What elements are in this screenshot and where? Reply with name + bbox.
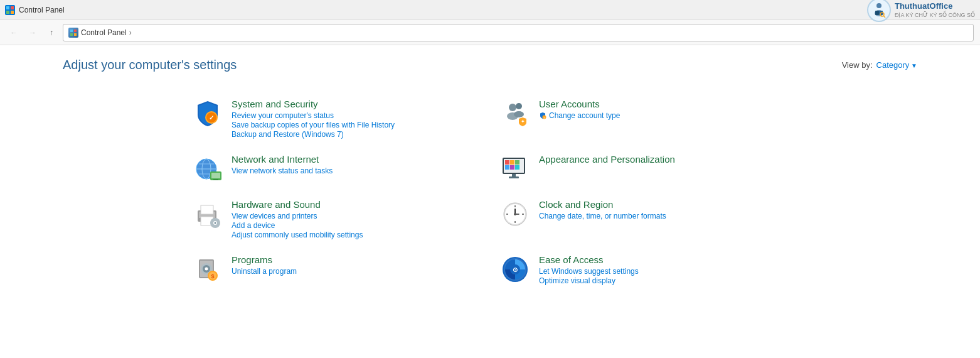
security-title[interactable]: System and Security xyxy=(232,99,480,109)
svg-text:$: $ xyxy=(211,273,214,279)
ease-link-2[interactable]: Optimize visual display xyxy=(539,276,787,285)
clock-link-1[interactable]: Change date, time, or number formats xyxy=(539,212,787,220)
category-network[interactable]: Network and Internet View network status… xyxy=(183,146,490,192)
address-path[interactable]: Control Panel › xyxy=(63,24,974,41)
category-clock[interactable]: Clock and Region Change date, time, or n… xyxy=(490,192,797,247)
network-title[interactable]: Network and Internet xyxy=(232,154,480,165)
hardware-title[interactable]: Hardware and Sound xyxy=(232,199,480,210)
security-link-3[interactable]: Backup and Restore (Windows 7) xyxy=(232,130,480,139)
svg-rect-45 xyxy=(201,205,213,214)
title-bar-right: ThuthuatOffice ĐỊA KÝ CHỮ KÝ SỐ CÔNG SỐ xyxy=(867,0,975,22)
header-row: Adjust your computer's settings View by:… xyxy=(25,58,955,72)
svg-point-63 xyxy=(205,268,208,271)
programs-link-1[interactable]: Uninstall a program xyxy=(232,267,480,276)
forward-button[interactable]: → xyxy=(25,25,40,40)
svg-text:⊙: ⊙ xyxy=(513,266,518,273)
security-content: System and Security Review your computer… xyxy=(232,99,480,139)
network-icon xyxy=(193,154,223,184)
svg-point-49 xyxy=(215,222,216,224)
user-link-shield: ✓ Change account type xyxy=(539,111,787,120)
svg-point-20 xyxy=(514,111,524,117)
page-heading: Adjust your computer's settings xyxy=(63,58,237,72)
svg-rect-0 xyxy=(6,6,9,9)
svg-text:✓: ✓ xyxy=(543,116,546,119)
svg-point-17 xyxy=(509,104,516,111)
up-button[interactable]: ↑ xyxy=(44,25,59,40)
security-links: Review your computer's status Save backu… xyxy=(232,111,480,139)
svg-rect-42 xyxy=(509,176,519,178)
ease-of-access-links: Let Windows suggest settings Optimize vi… xyxy=(539,267,787,285)
hardware-content: Hardware and Sound View devices and prin… xyxy=(232,199,480,239)
hardware-link-2[interactable]: Add a device xyxy=(232,221,480,230)
svg-point-4 xyxy=(876,3,881,8)
view-by: View by: Category xyxy=(842,60,917,70)
appearance-content: Appearance and Personalization xyxy=(539,154,787,166)
brand-sub: ĐỊA KÝ CHỮ KÝ SỐ CÔNG SỐ xyxy=(895,12,975,18)
user-accounts-title[interactable]: User Accounts xyxy=(539,99,787,109)
appearance-icon xyxy=(500,154,530,184)
view-by-dropdown[interactable]: Category xyxy=(876,60,917,70)
brand-text: ThuthuatOffice ĐỊA KÝ CHỮ KÝ SỐ CÔNG SỐ xyxy=(895,1,975,18)
brand-avatar xyxy=(867,0,891,22)
svg-point-19 xyxy=(516,103,522,109)
main-content: Adjust your computer's settings View by:… xyxy=(0,45,980,305)
path-separator: › xyxy=(129,28,132,37)
category-system-security[interactable]: ✓ System and Security Review your comput… xyxy=(183,91,490,146)
brand-logo: ThuthuatOffice ĐỊA KÝ CHỮ KÝ SỐ CÔNG SỐ xyxy=(867,0,975,22)
back-button[interactable]: ← xyxy=(6,25,21,40)
appearance-title[interactable]: Appearance and Personalization xyxy=(539,154,787,165)
title-bar-left: Control Panel xyxy=(5,5,65,15)
ease-of-access-title[interactable]: Ease of Access xyxy=(539,254,787,265)
clock-links: Change date, time, or number formats xyxy=(539,212,787,220)
svg-point-58 xyxy=(514,213,516,215)
hardware-link-1[interactable]: View devices and printers xyxy=(232,212,480,220)
svg-rect-41 xyxy=(512,174,516,176)
title-bar: Control Panel ThuthuatOffice ĐỊA KÝ xyxy=(0,0,980,20)
category-programs[interactable]: $ Programs Uninstall a program xyxy=(183,247,490,293)
svg-rect-6 xyxy=(875,11,879,15)
ease-of-access-icon: ⊙ xyxy=(500,254,530,285)
title-bar-text: Control Panel xyxy=(19,6,65,14)
category-appearance[interactable]: Appearance and Personalization xyxy=(490,146,797,192)
svg-rect-2 xyxy=(6,11,9,14)
security-icon: ✓ xyxy=(193,99,223,129)
clock-title[interactable]: Clock and Region xyxy=(539,199,787,210)
svg-text:✓: ✓ xyxy=(209,114,214,121)
svg-rect-35 xyxy=(505,160,509,165)
programs-links: Uninstall a program xyxy=(232,267,480,276)
view-by-label: View by: xyxy=(842,60,873,70)
svg-rect-32 xyxy=(213,179,218,180)
user-accounts-icon: ✦ xyxy=(500,99,530,129)
svg-rect-39 xyxy=(510,165,514,170)
security-link-2[interactable]: Save backup copies of your files with Fi… xyxy=(232,121,480,129)
control-panel-icon xyxy=(5,5,15,15)
svg-line-9 xyxy=(883,16,885,18)
hardware-icon xyxy=(193,199,223,229)
hardware-link-3[interactable]: Adjust commonly used mobility settings xyxy=(232,231,480,239)
path-text: Control Panel xyxy=(81,28,127,37)
svg-rect-10 xyxy=(70,30,73,32)
svg-rect-31 xyxy=(211,173,220,178)
programs-content: Programs Uninstall a program xyxy=(232,254,480,276)
network-link-1[interactable]: View network status and tasks xyxy=(232,166,480,175)
network-links: View network status and tasks xyxy=(232,166,480,175)
hardware-links: View devices and printers Add a device A… xyxy=(232,212,480,239)
category-ease-of-access[interactable]: ⊙ Ease of Access Let Windows suggest set… xyxy=(490,247,797,293)
brand-name: ThuthuatOffice xyxy=(895,1,975,12)
category-hardware[interactable]: Hardware and Sound View devices and prin… xyxy=(183,192,490,247)
user-link-1[interactable]: Change account type xyxy=(549,111,620,120)
user-accounts-links: ✓ Change account type xyxy=(539,111,787,120)
programs-title[interactable]: Programs xyxy=(232,254,480,265)
programs-icon: $ xyxy=(193,254,223,285)
address-bar: ← → ↑ Control Panel › xyxy=(0,20,980,45)
svg-rect-11 xyxy=(74,30,77,32)
user-accounts-content: User Accounts ✓ Change account type xyxy=(539,99,787,120)
category-user-accounts[interactable]: ✦ User Accounts ✓ Change account type xyxy=(490,91,797,146)
categories-grid: ✓ System and Security Review your comput… xyxy=(145,91,835,293)
svg-rect-40 xyxy=(515,165,519,170)
svg-rect-38 xyxy=(505,165,509,170)
ease-link-1[interactable]: Let Windows suggest settings xyxy=(539,267,787,276)
svg-rect-36 xyxy=(510,160,514,165)
security-link-1[interactable]: Review your computer's status xyxy=(232,111,480,120)
network-content: Network and Internet View network status… xyxy=(232,154,480,175)
